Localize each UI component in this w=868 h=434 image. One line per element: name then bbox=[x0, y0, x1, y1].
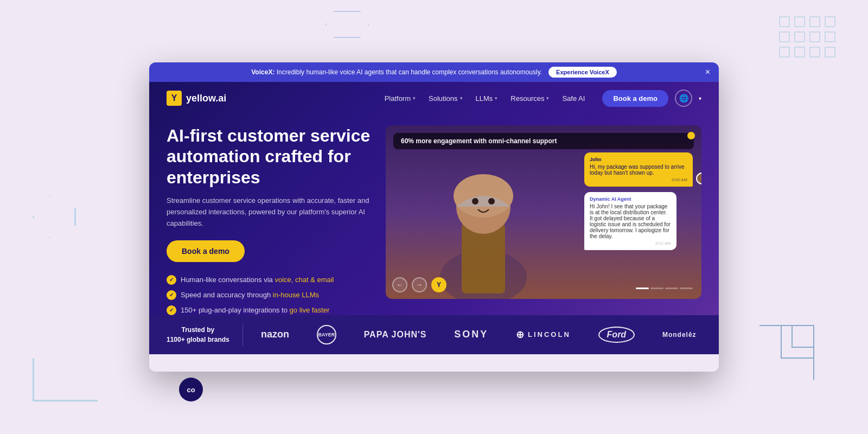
feature-text-before-2: 150+ plug-and-play integrations to bbox=[181, 306, 290, 314]
brand-bayer: BAYER bbox=[317, 325, 336, 344]
brand-amazon: nazon bbox=[261, 329, 289, 340]
lincoln-text: LINCOLN bbox=[528, 330, 571, 339]
feature-text-llms: Speed and accuracy through in-house LLMs bbox=[181, 291, 319, 299]
feature-text-integrations: 150+ plug-and-play integrations to go li… bbox=[181, 306, 329, 314]
user-time: 3:00 AM bbox=[590, 177, 687, 182]
logo[interactable]: Y yellow.ai bbox=[167, 91, 226, 106]
features-list: ✓ Human-like conversations via voice, ch… bbox=[167, 275, 373, 315]
chat-demo: 60% more engagement with omni-channel su… bbox=[386, 125, 701, 299]
announcement-body: Incredibly human-like voice AI agents th… bbox=[277, 68, 542, 76]
svg-point-5 bbox=[488, 198, 495, 205]
agent-message: Hi John! I see that your package is at t… bbox=[590, 203, 671, 239]
navbar: Y yellow.ai Platform ▾ Solutions ▾ LLMs … bbox=[149, 82, 719, 114]
brand-lincoln: ⊕ LINCOLN bbox=[516, 329, 571, 341]
nav-platform-label: Platform bbox=[385, 94, 411, 103]
nav-llms-label: LLMs bbox=[476, 94, 493, 103]
feature-check-integrations: ✓ bbox=[167, 305, 176, 315]
engagement-badge: 60% more engagement with omni-channel su… bbox=[393, 133, 694, 149]
agent-time: 3:01 AM bbox=[590, 241, 671, 246]
progress-dot-4 bbox=[680, 288, 693, 289]
progress-dot-2 bbox=[650, 288, 663, 289]
announcement-strong: VoiceX: bbox=[251, 68, 275, 76]
agent-name: Dynamic AI Agent bbox=[590, 196, 671, 202]
nav-links: Platform ▾ Solutions ▾ LLMs ▾ Resources … bbox=[385, 94, 585, 103]
hero-subtitle: Streamline customer service operations w… bbox=[167, 195, 373, 229]
brand-papajohns: PAPA JOHN'S bbox=[364, 330, 427, 340]
brand-mondelez: Mondelēz bbox=[662, 331, 697, 339]
user-name: John bbox=[590, 157, 687, 162]
engagement-text: 60% more engagement with omni-channel su… bbox=[401, 137, 557, 145]
lincoln-icon: ⊕ bbox=[516, 329, 526, 341]
agent-chat-bubble: Dynamic AI Agent Hi John! I see that you… bbox=[584, 192, 676, 250]
trusted-label-line1: Trusted by bbox=[167, 325, 229, 335]
hero-right: 60% more engagement with omni-channel su… bbox=[386, 125, 701, 315]
logo-text: yellow.ai bbox=[186, 93, 226, 104]
progress-dot-3 bbox=[665, 288, 678, 289]
bg-arrow-decoration bbox=[33, 195, 76, 239]
nav-resources-label: Resources bbox=[510, 94, 544, 103]
nav-platform-chevron: ▾ bbox=[413, 95, 416, 101]
hero-book-demo-button[interactable]: Book a demo bbox=[167, 240, 245, 262]
nav-resources-chevron: ▾ bbox=[546, 95, 549, 101]
nav-resources[interactable]: Resources ▾ bbox=[510, 94, 549, 103]
feature-check-llms: ✓ bbox=[167, 290, 176, 300]
experience-voicex-button[interactable]: Experience VoiceX bbox=[548, 67, 617, 78]
chat-controls: ← → Y bbox=[392, 277, 446, 292]
feature-item-voice: ✓ Human-like conversations via voice, ch… bbox=[167, 275, 373, 285]
feature-link-llms[interactable]: in-house LLMs bbox=[273, 291, 319, 299]
chat-bubbles: John Hi, my package was supposed to arri… bbox=[584, 152, 693, 250]
feature-check-voice: ✓ bbox=[167, 275, 176, 285]
nav-safeai[interactable]: Safe AI bbox=[562, 94, 585, 103]
feature-text-before-0: Human-like conversations via bbox=[181, 276, 275, 284]
language-selector[interactable]: 🌐 bbox=[675, 90, 692, 107]
brand-sony: SONY bbox=[454, 329, 488, 340]
announcement-close-button[interactable]: × bbox=[705, 68, 710, 76]
chat-demo-image: 60% more engagement with omni-channel su… bbox=[386, 125, 701, 299]
announcement-bar: VoiceX: Incredibly human-like voice AI a… bbox=[149, 62, 719, 82]
chat-logo-icon: Y bbox=[431, 277, 446, 292]
navbar-book-demo-button[interactable]: Book a demo bbox=[602, 90, 668, 107]
main-content: Y yellow.ai Platform ▾ Solutions ▾ LLMs … bbox=[149, 82, 719, 354]
user-message: Hi, my package was supposed to arrive to… bbox=[590, 164, 687, 176]
hero-left: AI-first customer service automation cra… bbox=[167, 125, 373, 315]
chat-next-button[interactable]: → bbox=[412, 277, 427, 292]
nav-llms-chevron: ▾ bbox=[495, 95, 497, 101]
feature-item-llms: ✓ Speed and accuracy through in-house LL… bbox=[167, 290, 373, 300]
gold-indicator-dot bbox=[687, 132, 695, 139]
nav-platform[interactable]: Platform ▾ bbox=[385, 94, 416, 103]
brand-logos: nazon BAYER PAPA JOHN'S SONY ⊕ LINCOLN F… bbox=[243, 325, 701, 344]
nav-safeai-label: Safe AI bbox=[562, 94, 585, 103]
chat-prev-button[interactable]: ← bbox=[392, 277, 407, 292]
bg-bracket-decoration-bl bbox=[33, 358, 98, 401]
feature-text-voice: Human-like conversations via voice, chat… bbox=[181, 276, 334, 284]
brand-ford: Ford bbox=[598, 327, 635, 343]
feature-item-integrations: ✓ 150+ plug-and-play integrations to go … bbox=[167, 305, 373, 315]
trusted-text: Trusted by 1100+ global brands bbox=[167, 325, 242, 344]
svg-point-4 bbox=[472, 198, 478, 205]
feature-link-voice[interactable]: voice, chat & email bbox=[275, 276, 334, 284]
hero-section: AI-first customer service automation cra… bbox=[149, 114, 719, 315]
nav-solutions[interactable]: Solutions ▾ bbox=[429, 94, 462, 103]
chat-progress-dots bbox=[636, 288, 693, 289]
trusted-section: Trusted by 1100+ global brands nazon BAY… bbox=[149, 315, 719, 354]
feature-text-before-1: Speed and accuracy through bbox=[181, 291, 273, 299]
user-chat-bubble: John Hi, my package was supposed to arri… bbox=[584, 152, 693, 187]
bg-hexagon-decoration bbox=[326, 11, 369, 38]
language-chevron: ▾ bbox=[699, 95, 701, 101]
bg-arrow-decoration-br bbox=[749, 315, 825, 391]
user-avatar bbox=[696, 173, 701, 184]
bg-grid-decoration-tr bbox=[779, 16, 835, 58]
progress-dot-1 bbox=[636, 288, 649, 289]
cohere-button[interactable]: co bbox=[179, 378, 203, 401]
browser-window: VoiceX: Incredibly human-like voice AI a… bbox=[149, 62, 719, 372]
announcement-text: VoiceX: Incredibly human-like voice AI a… bbox=[251, 68, 542, 76]
feature-link-integrations[interactable]: go live faster bbox=[290, 306, 330, 314]
logo-icon: Y bbox=[167, 91, 182, 106]
trusted-label-line2: 1100+ global brands bbox=[167, 335, 229, 344]
nav-llms[interactable]: LLMs ▾ bbox=[476, 94, 498, 103]
hero-title: AI-first customer service automation cra… bbox=[167, 125, 373, 188]
nav-solutions-chevron: ▾ bbox=[460, 95, 463, 101]
nav-solutions-label: Solutions bbox=[429, 94, 457, 103]
nav-actions: Book a demo 🌐 ▾ bbox=[602, 90, 701, 107]
